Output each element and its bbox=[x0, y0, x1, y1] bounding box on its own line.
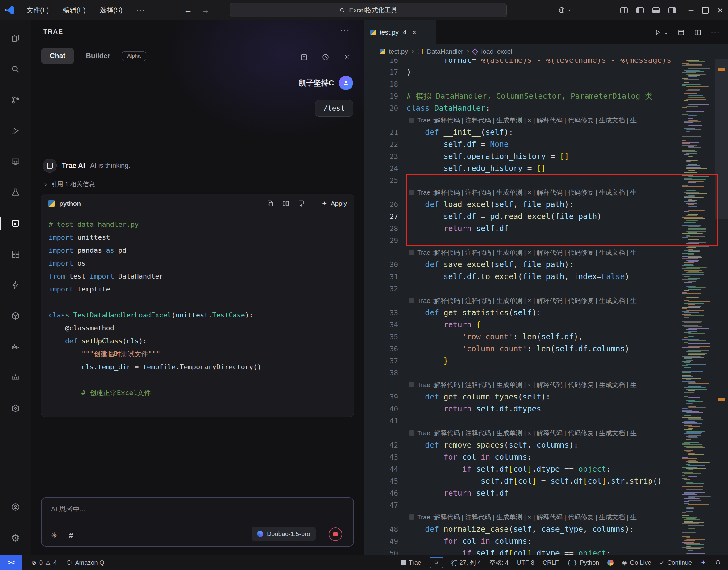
explorer-icon[interactable] bbox=[0, 23, 31, 54]
testing-flask-icon[interactable] bbox=[0, 177, 31, 208]
robot-plugin-icon[interactable] bbox=[0, 362, 31, 393]
indentation-item[interactable]: 空格: 4 bbox=[490, 559, 509, 567]
codelens-actions[interactable]: Trae :解释代码 | 注释代码 | 生成单测 | × | 解释代码 | 代码… bbox=[364, 246, 681, 259]
codelens-actions[interactable]: Trae :解释代码 | 注释代码 | 生成单测 | × | 解释代码 | 代码… bbox=[364, 427, 681, 439]
prompt-sparkle-icon[interactable]: ✳ bbox=[51, 531, 58, 540]
split-editor-icon[interactable] bbox=[694, 29, 702, 36]
codelens-actions[interactable]: Trae :解释代码 | 注释代码 | 生成单测 | × | 解释代码 | 代码… bbox=[364, 379, 681, 391]
more-actions-icon[interactable]: ··· bbox=[711, 28, 720, 37]
settings-gear-icon[interactable]: ⚙ bbox=[0, 523, 31, 553]
reference-toggle[interactable]: › 引用 1 相关信息 bbox=[44, 180, 95, 189]
chat-code-lines[interactable]: # test_data_handler.pyimport unittestimp… bbox=[41, 213, 354, 399]
editor-line-39[interactable]: 39 def get_column_types(self): bbox=[364, 391, 681, 403]
editor-line-16[interactable]: 16 format='%(asctime)s - %(levelname)s -… bbox=[364, 59, 681, 66]
editor-line-36[interactable]: 36 'column_count': len(self.df.columns) bbox=[364, 343, 681, 355]
menu-edit[interactable]: 编辑(E) bbox=[60, 4, 88, 16]
nav-forward-button[interactable]: → bbox=[201, 6, 209, 15]
model-selector[interactable]: Doubao-1.5-pro bbox=[251, 527, 316, 541]
editor-line-50[interactable]: 50 if self.df[col].dtype == object: bbox=[364, 547, 681, 555]
menu-file[interactable]: 文件(F) bbox=[24, 4, 51, 16]
encoding-item[interactable]: UTF-8 bbox=[517, 559, 535, 566]
editor-line-46[interactable]: 46 return self.df bbox=[364, 487, 681, 499]
editor-line-32[interactable]: 32 bbox=[364, 283, 681, 295]
context-hash-icon[interactable]: # bbox=[69, 531, 73, 540]
sparkle-status-icon[interactable] bbox=[700, 560, 706, 566]
breadcrumb-class[interactable]: DataHandler bbox=[427, 48, 463, 55]
insert-code-icon[interactable] bbox=[298, 200, 305, 207]
editor-line-45[interactable]: 45 self.df[col] = self.df[col].str.strip… bbox=[364, 475, 681, 487]
editor-line-22[interactable]: 22 self.df = None bbox=[364, 138, 681, 150]
codelens-actions[interactable]: Trae :解释代码 | 注释代码 | 生成单测 | × | 解释代码 | 代码… bbox=[364, 511, 681, 523]
editor-line-33[interactable]: 33 def get_statistics(self): bbox=[364, 307, 681, 319]
extensions-icon[interactable] bbox=[0, 239, 31, 270]
command-search-box[interactable]: Excel格式化工具 bbox=[230, 3, 507, 17]
editor-line-24[interactable]: 24 self.redo_history = [] bbox=[364, 162, 681, 174]
panel-more-button[interactable]: ··· bbox=[340, 25, 350, 35]
run-python-button[interactable] bbox=[654, 29, 661, 36]
nav-back-button[interactable]: ← bbox=[184, 6, 192, 15]
tab-test-py[interactable]: test.py 4 × bbox=[364, 20, 436, 44]
codelens-actions[interactable]: Trae :解释代码 | 注释代码 | 生成单测 | × | 解释代码 | 代码… bbox=[364, 295, 681, 307]
toggle-panel-icon[interactable] bbox=[653, 7, 660, 13]
run-debug-icon[interactable] bbox=[0, 115, 31, 146]
chat-input-box[interactable]: AI 思考中... ✳ # Doubao-1.5-pro bbox=[41, 497, 354, 547]
editor-line-35[interactable]: 35 'row_count': len(self.df), bbox=[364, 331, 681, 343]
editor-line-42[interactable]: 42 def remove_spaces(self, columns): bbox=[364, 439, 681, 451]
editor-line-48[interactable]: 48 def normalize_case(self, case_type, c… bbox=[364, 523, 681, 535]
window-close-button[interactable]: × bbox=[717, 5, 723, 15]
editor-line-37[interactable]: 37 } bbox=[364, 355, 681, 367]
editor-line-20[interactable]: 20class DataHandler: bbox=[364, 102, 681, 114]
editor-line-23[interactable]: 23 self.operation_history = [] bbox=[364, 150, 681, 162]
trae-ai-panel-icon[interactable] bbox=[0, 208, 31, 239]
history-icon[interactable] bbox=[322, 53, 330, 61]
editor-line-43[interactable]: 43 for col in columns: bbox=[364, 451, 681, 463]
editor-line-38[interactable]: 38 bbox=[364, 367, 681, 379]
continue-item[interactable]: ✓ Continue bbox=[660, 559, 692, 566]
trae-status-item[interactable]: Trae bbox=[401, 559, 421, 566]
editor-line-44[interactable]: 44 if self.df[col].dtype == object: bbox=[364, 463, 681, 475]
menu-selection[interactable]: 选择(S) bbox=[97, 4, 125, 16]
cursor-position-item[interactable]: 行 27, 列 4 bbox=[451, 559, 481, 567]
source-control-icon[interactable] bbox=[0, 84, 31, 115]
account-icon[interactable] bbox=[0, 492, 31, 523]
toggle-secondary-sidebar-icon[interactable] bbox=[669, 7, 676, 13]
run-dropdown-caret[interactable]: ⌄ bbox=[664, 29, 668, 36]
stop-generating-button[interactable] bbox=[329, 527, 342, 541]
diff-code-icon[interactable] bbox=[282, 200, 290, 207]
new-chat-icon[interactable] bbox=[300, 53, 308, 61]
remote-explorer-icon[interactable] bbox=[0, 146, 31, 177]
notifications-bell-icon[interactable] bbox=[715, 560, 721, 566]
editor-line-31[interactable]: 31 self.df.to_excel(file_path, index=Fal… bbox=[364, 271, 681, 283]
editor-line-30[interactable]: 30 def save_excel(self, file_path): bbox=[364, 259, 681, 271]
docker-plugin-icon[interactable] bbox=[0, 331, 31, 362]
copy-code-icon[interactable] bbox=[266, 200, 274, 207]
search-sidebar-icon[interactable] bbox=[0, 54, 31, 84]
editor-line-34[interactable]: 34 return { bbox=[364, 319, 681, 331]
zoom-status-button[interactable] bbox=[429, 557, 443, 568]
hexagon-plugin-icon[interactable] bbox=[0, 393, 31, 424]
tab-chat[interactable]: Chat bbox=[41, 48, 74, 64]
go-live-item[interactable]: ◉ Go Live bbox=[622, 559, 651, 566]
breadcrumb-file[interactable]: test.py bbox=[389, 48, 408, 55]
breadcrumb-method[interactable]: load_excel bbox=[481, 48, 512, 55]
package-plugin-icon[interactable] bbox=[0, 300, 31, 331]
editor-line-41[interactable]: 41 bbox=[364, 415, 681, 427]
editor-line-21[interactable]: 21 def __init__(self): bbox=[364, 126, 681, 138]
language-mode-item[interactable]: { } Python bbox=[567, 559, 599, 566]
tab-builder[interactable]: Builder bbox=[86, 52, 110, 60]
editor-line-17[interactable]: 17) bbox=[364, 66, 681, 78]
menu-more-button[interactable]: ··· bbox=[136, 6, 145, 14]
toggle-sidebar-icon[interactable] bbox=[636, 7, 644, 13]
editor-line-18[interactable]: 18 bbox=[364, 78, 681, 90]
eol-item[interactable]: CRLF bbox=[543, 559, 559, 566]
lightning-plugin-icon[interactable] bbox=[0, 270, 31, 300]
remote-indicator[interactable]: >< bbox=[0, 555, 22, 570]
editor-line-49[interactable]: 49 for col in columns: bbox=[364, 535, 681, 547]
code-editor[interactable]: 16 format='%(asctime)s - %(levelname)s -… bbox=[364, 59, 728, 555]
editor-line-19[interactable]: 19# 模拟 DataHandler, ColumnSelector, Para… bbox=[364, 90, 681, 102]
tab-close-icon[interactable]: × bbox=[412, 28, 416, 36]
minimap[interactable] bbox=[681, 59, 715, 555]
extension-status-icon[interactable] bbox=[607, 560, 613, 566]
editor-line-47[interactable]: 47 bbox=[364, 499, 681, 511]
editor-line-40[interactable]: 40 return self.df.dtypes bbox=[364, 403, 681, 415]
